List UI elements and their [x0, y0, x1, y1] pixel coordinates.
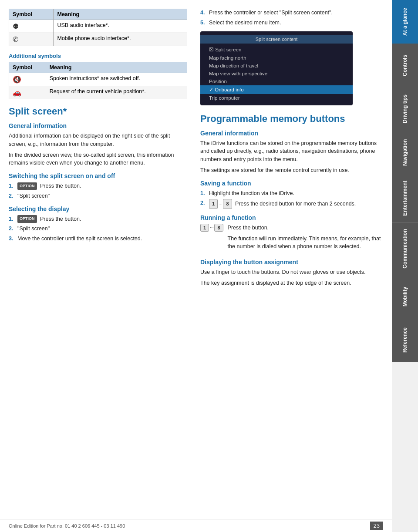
menu-item-onboard-info[interactable]: Onboard info — [200, 85, 353, 94]
symbol-cell: ✆ — [9, 33, 54, 46]
menu-item-map-north[interactable]: Map facing north — [200, 54, 353, 62]
running-para-1: Press the button. — [228, 224, 383, 232]
sidebar-tab-entertainment[interactable]: Entertainment — [392, 174, 418, 222]
usb-icon: ⚉ — [13, 23, 19, 30]
symbol-table-1: Symbol Meaning ⚉ USB audio interface*. ✆ — [9, 9, 187, 46]
symbol-cell: 🔇 — [9, 73, 46, 86]
col-meaning-header: Meaning — [54, 9, 187, 20]
mem-btn-num-1: 1 — [209, 199, 218, 209]
split-screen-section: Split screen* General information Additi… — [9, 106, 187, 243]
option-button-icon-1: OPTION — [17, 182, 37, 190]
additional-symbols-heading: Additional symbols — [9, 53, 187, 59]
selecting-heading: Selecting the display — [9, 205, 187, 212]
saving-step-2: 2. 1 ··· 8 Press the desired button for … — [200, 199, 383, 209]
running-func-row: 1 ··· 8 Press the button. The function w… — [200, 224, 383, 253]
sidebar-tabs: At a glance Controls Driving tips Naviga… — [392, 0, 418, 532]
step-content-4: Press the controller or select "Split sc… — [209, 9, 383, 17]
saving-steps: 1. Highlight the function via the iDrive… — [200, 189, 383, 209]
top-steps: 4. Press the controller or select "Split… — [200, 9, 383, 105]
prog-general-info-heading: General information — [200, 130, 383, 137]
running-heading: Running a function — [200, 214, 383, 221]
run-mem-btn-dots: ··· — [210, 225, 213, 230]
vehicle-position-icon: 🚗 — [13, 89, 21, 96]
prog-general-info-para-1: The iDrive functions can be stored on th… — [200, 139, 383, 164]
sidebar-tab-mobility[interactable]: Mobility — [392, 275, 418, 318]
split-screen-title: Split screen* — [9, 106, 187, 117]
step-num-1-sel: 1. — [9, 215, 15, 223]
menu-item-map-perspective[interactable]: Map view with perspective — [200, 70, 353, 77]
programmable-memory-section: Programmable memory buttons General info… — [200, 113, 383, 287]
saving-heading: Saving a function — [200, 180, 383, 187]
footer-online-text: Online Edition for Part no. 01 40 2 606 … — [9, 523, 125, 529]
saving-step-num-2: 2. — [200, 199, 206, 207]
prog-general-info-para-2: The settings are stored for the remote c… — [200, 166, 383, 175]
saving-step-content-1: Highlight the function via the iDrive. — [209, 189, 383, 198]
displaying-heading: Displaying the button assignment — [200, 259, 383, 266]
general-info-para-1: Additional information can be displayed … — [9, 132, 187, 148]
running-para-2: The function will run immediately. This … — [228, 235, 383, 251]
running-func-text: Press the button. The function will run … — [228, 224, 383, 253]
table-row: 🚗 Request of the current vehicle positio… — [9, 86, 187, 99]
step-num-1: 1. — [9, 182, 15, 190]
step-num-2-sel: 2. — [9, 225, 15, 233]
sidebar-tab-communication[interactable]: Communication — [392, 222, 418, 275]
step-2: 2. "Split screen" — [9, 192, 187, 200]
page-footer: Online Edition for Part no. 01 40 2 606 … — [0, 519, 392, 532]
meaning-cell: Spoken instructions* are switched off. — [46, 73, 187, 86]
menu-item-trip-computer[interactable]: Trip computer — [200, 94, 353, 102]
selecting-steps: 1. OPTION Press the button. 2. "Split sc… — [9, 215, 187, 243]
displaying-para-2: The key assignment is displayed at the t… — [200, 279, 383, 287]
step-content-2: "Split screen" — [17, 192, 187, 200]
step-num-5: 5. — [200, 19, 206, 27]
run-mem-btn-num-1: 1 — [200, 224, 209, 232]
col-symbol-header: Symbol — [9, 9, 54, 20]
sidebar-tab-driving[interactable]: Driving tips — [392, 87, 418, 131]
running-memory-button-icon: 1 ··· 8 — [200, 224, 223, 232]
symbol-table-2: Symbol Meaning 🔇 Spoken instructions* ar… — [9, 62, 187, 99]
sidebar-tab-at-glance[interactable]: At a glance — [392, 0, 418, 44]
step-num-3-sel: 3. — [9, 235, 15, 243]
meaning-cell: Request of the current vehicle position*… — [46, 86, 187, 99]
step-3-sel: 3. Move the controller until the split s… — [9, 235, 187, 243]
main-content: Symbol Meaning ⚉ USB audio interface*. ✆ — [0, 0, 392, 532]
menu-item-map-direction[interactable]: Map direction of travel — [200, 62, 353, 70]
symbol-cell: 🚗 — [9, 86, 46, 99]
step-content-2-sel: "Split screen" — [17, 225, 187, 233]
run-mem-btn-num-8: 8 — [214, 224, 223, 232]
right-column: 4. Press the controller or select "Split… — [196, 9, 383, 515]
table-row: ✆ Mobile phone audio interface*. — [9, 33, 187, 46]
sidebar-tab-reference[interactable]: Reference — [392, 318, 418, 362]
symbol-cell: ⚉ — [9, 20, 54, 33]
step-content-1: OPTION Press the button. — [17, 182, 187, 190]
step-num-4: 4. — [200, 9, 206, 17]
page-container: Symbol Meaning ⚉ USB audio interface*. ✆ — [0, 0, 418, 532]
general-info-heading-left: General information — [9, 122, 187, 129]
table-row: 🔇 Spoken instructions* are switched off. — [9, 73, 187, 86]
page-number: 23 — [370, 522, 383, 530]
programmable-memory-title: Programmable memory buttons — [200, 113, 383, 125]
option-button-icon-2: OPTION — [17, 215, 37, 223]
meaning-cell: USB audio interface*. — [54, 20, 187, 33]
step-content-5: Select the desired menu item. — [209, 19, 383, 27]
step-2-sel: 2. "Split screen" — [9, 225, 187, 233]
spoken-instructions-icon: 🔇 — [13, 76, 21, 83]
sidebar-tab-controls[interactable]: Controls — [392, 44, 418, 87]
switching-steps: 1. OPTION Press the button. 2. "Split sc… — [9, 182, 187, 200]
left-column: Symbol Meaning ⚉ USB audio interface*. ✆ — [9, 9, 196, 515]
menu-item-split-screen[interactable]: ☒ Split screen — [200, 45, 353, 54]
step-content-1-sel: OPTION Press the button. — [17, 215, 187, 223]
saving-step-1: 1. Highlight the function via the iDrive… — [200, 189, 383, 198]
mem-btn-num-8: 8 — [223, 199, 232, 209]
mem-btn-dots: ··· — [219, 201, 222, 207]
col-symbol-header-2: Symbol — [9, 62, 46, 73]
meaning-cell: Mobile phone audio interface*. — [54, 33, 187, 46]
sidebar-tab-navigation[interactable]: Navigation — [392, 131, 418, 174]
step-1-sel: 1. OPTION Press the button. — [9, 215, 187, 223]
displaying-para-1: Use a finger to touch the buttons. Do no… — [200, 268, 383, 276]
col-meaning-header-2: Meaning — [46, 62, 187, 73]
menu-item-position[interactable]: Position — [200, 77, 353, 85]
mobile-phone-icon: ✆ — [13, 36, 18, 43]
split-screen-screenshot: Split screen content ☒ Split screen Map … — [200, 31, 353, 105]
step-1: 1. OPTION Press the button. — [9, 182, 187, 190]
switching-heading: Switching the split screen on and off — [9, 172, 187, 179]
